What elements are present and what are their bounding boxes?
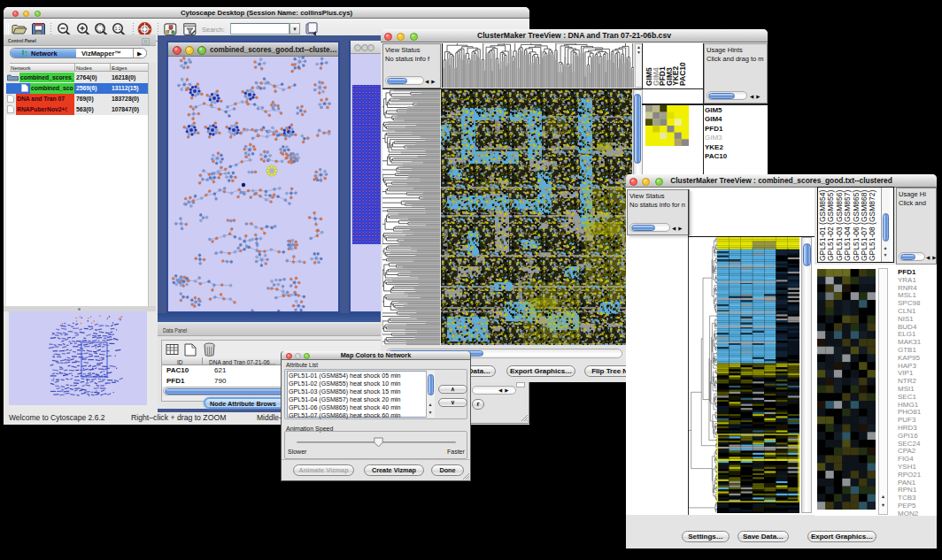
svg-text:PAC10: PAC10: [678, 62, 687, 86]
svg-text:GPL51-08 (GSM872): GPL51-08 (GSM872): [868, 190, 876, 261]
svg-text:1:1: 1:1: [115, 26, 121, 31]
